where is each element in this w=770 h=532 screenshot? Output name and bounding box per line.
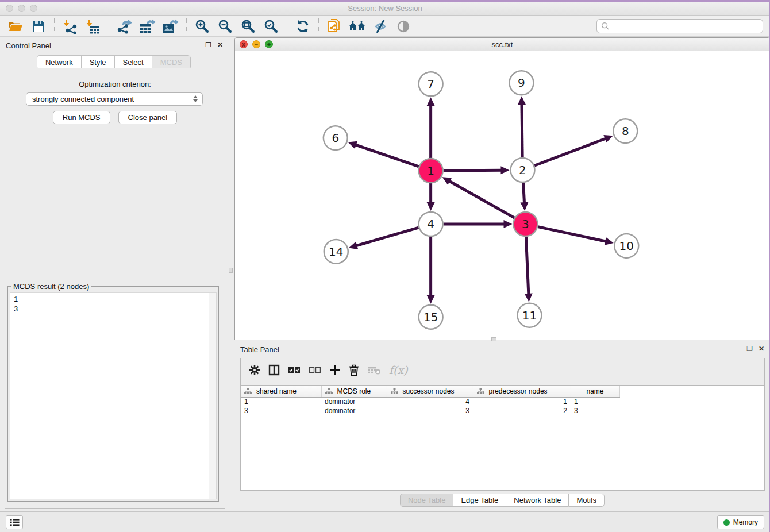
float-panel-icon[interactable]: ❒: [205, 41, 211, 48]
memory-label: Memory: [733, 518, 758, 526]
settings-gear-icon[interactable]: [249, 364, 260, 376]
arrowhead-4-15: [427, 295, 435, 304]
column-header-predecessor-nodes[interactable]: predecessor nodes: [473, 386, 571, 397]
tab-node-table[interactable]: Node Table: [400, 494, 453, 507]
cell-predecessor-nodes: 1: [473, 397, 571, 406]
table-row[interactable]: 1dominator411: [241, 397, 619, 406]
cell-MCDS-role: dominator: [321, 406, 387, 415]
arrowhead-2-9: [518, 96, 526, 105]
column-header-name[interactable]: name: [571, 386, 619, 397]
close-panel-icon[interactable]: ✕: [217, 41, 223, 48]
network-window-titlebar[interactable]: x − + scc.txt: [235, 38, 769, 51]
arrowhead-3-11: [525, 294, 533, 302]
task-history-button[interactable]: [6, 515, 23, 529]
toolbar-search[interactable]: [596, 19, 763, 33]
graph-node-label-10: 10: [619, 239, 634, 253]
import-network-icon[interactable]: [60, 18, 80, 35]
clone-network-icon[interactable]: [325, 18, 344, 35]
arrowhead-4-14: [349, 242, 358, 249]
edge-4-14[interactable]: [355, 228, 418, 246]
close-panel-button[interactable]: Close panel: [118, 111, 178, 124]
add-column-icon[interactable]: [329, 364, 341, 376]
edge-1-6[interactable]: [355, 144, 419, 166]
network-graph[interactable]: 1234678910111415: [235, 51, 769, 340]
nested-networks-icon[interactable]: [348, 18, 367, 35]
arrowhead-1-7: [427, 97, 435, 106]
column-header-shared-name[interactable]: shared name: [241, 386, 321, 397]
control-panel: Control Panel ❒ ✕ NetworkStyleSelectMCDS…: [0, 37, 228, 511]
list-icon: [10, 518, 20, 526]
network-view-window: x − + scc.txt 1234678910111415: [234, 37, 770, 340]
delete-table-icon[interactable]: [367, 365, 381, 375]
zoom-selected-icon[interactable]: [261, 18, 281, 35]
cell-successor-nodes: 4: [387, 397, 473, 406]
main-toolbar: [0, 16, 770, 37]
column-type-icon: [391, 388, 398, 395]
dropdown-stepper-icon: [193, 95, 198, 102]
zoom-fit-icon[interactable]: [238, 18, 258, 35]
delete-column-icon[interactable]: [349, 364, 359, 376]
search-input[interactable]: [610, 20, 763, 32]
deselect-all-icon[interactable]: [309, 366, 321, 374]
table-panel: Table Panel ❒ ✕: [234, 343, 770, 511]
mcds-tab-content: Optimization criterion: strongly connect…: [5, 68, 225, 509]
network-canvas[interactable]: 1234678910111415: [235, 51, 769, 340]
close-table-panel-icon[interactable]: ✕: [759, 345, 764, 352]
window-title: Session: New Session: [0, 4, 770, 13]
function-builder-icon[interactable]: f(x): [389, 364, 408, 376]
edge-1-2[interactable]: [444, 170, 503, 171]
column-selector-icon[interactable]: [268, 364, 280, 376]
edge-3-1[interactable]: [448, 180, 514, 218]
graph-node-label-15: 15: [424, 310, 438, 324]
cell-name: 1: [571, 397, 619, 406]
graph-node-label-3: 3: [522, 217, 529, 231]
save-session-icon[interactable]: [29, 18, 48, 35]
toggle-view-icon[interactable]: [394, 18, 413, 35]
graph-node-label-6: 6: [332, 131, 339, 145]
edge-2-9[interactable]: [522, 103, 522, 157]
column-header-successor-nodes[interactable]: successor nodes: [387, 386, 473, 397]
tab-motifs[interactable]: Motifs: [568, 494, 605, 507]
table-row[interactable]: 3dominator323: [241, 406, 619, 415]
export-table-icon[interactable]: [138, 18, 157, 35]
desktop-edge-top: [0, 0, 770, 2]
zoom-in-icon[interactable]: [192, 18, 212, 35]
graph-node-label-1: 1: [427, 164, 434, 178]
cell-name: 3: [571, 406, 619, 415]
edge-3-11[interactable]: [526, 237, 528, 295]
horizontal-splitter-handle[interactable]: [491, 337, 496, 341]
mcds-result-box: MCDS result (2 nodes) 1 3: [7, 282, 219, 502]
tab-network-table[interactable]: Network Table: [506, 494, 568, 507]
edge-3-10[interactable]: [538, 227, 607, 242]
float-table-panel-icon[interactable]: ❒: [746, 345, 753, 352]
criterion-dropdown[interactable]: strongly connected component: [26, 92, 203, 106]
refresh-layout-icon[interactable]: [293, 18, 313, 35]
export-image-icon[interactable]: [161, 18, 180, 35]
splitter-handle[interactable]: [229, 268, 233, 273]
arrowhead-4-3: [503, 220, 512, 228]
graph-node-label-9: 9: [518, 76, 525, 90]
export-network-icon[interactable]: [115, 18, 134, 35]
cell-predecessor-nodes: 2: [473, 406, 571, 415]
memory-button[interactable]: Memory: [717, 515, 764, 529]
mcds-result-text: 1 3: [10, 293, 216, 314]
zoom-out-icon[interactable]: [215, 18, 235, 35]
tab-edge-table[interactable]: Edge Table: [453, 494, 506, 507]
column-type-icon: [244, 388, 252, 395]
result-scrollbar[interactable]: [209, 293, 216, 499]
vertical-splitter[interactable]: [228, 37, 234, 511]
run-mcds-button[interactable]: Run MCDS: [53, 111, 110, 124]
open-file-icon[interactable]: [6, 18, 25, 35]
column-type-icon: [325, 388, 333, 395]
mcds-result-area[interactable]: 1 3: [10, 292, 217, 499]
hide-unhide-icon[interactable]: [371, 18, 390, 35]
cell-shared-name: 1: [241, 397, 321, 406]
table-panel-body: f(x) shared nameMCDS rolesuccessor nodes…: [240, 358, 765, 491]
select-all-icon[interactable]: [288, 366, 301, 374]
edge-2-3[interactable]: [523, 183, 525, 204]
import-table-icon[interactable]: [83, 18, 103, 35]
cell-successor-nodes: 3: [387, 406, 473, 415]
column-header-MCDS-role[interactable]: MCDS role: [321, 386, 387, 397]
edge-2-8[interactable]: [534, 138, 607, 166]
graph-node-label-8: 8: [622, 124, 629, 138]
